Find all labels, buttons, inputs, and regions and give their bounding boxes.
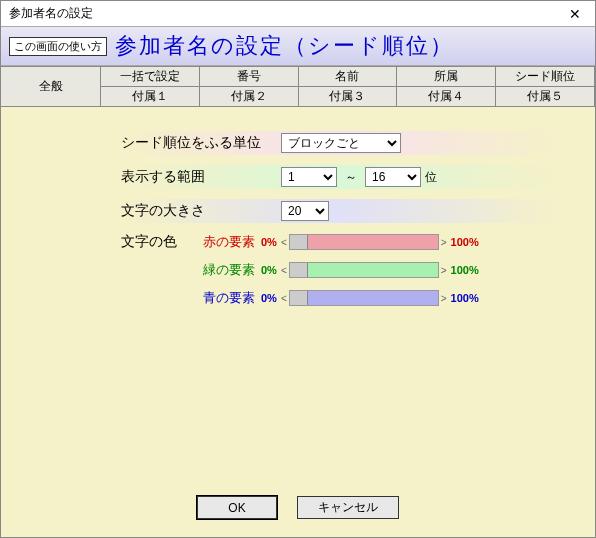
tab-seed[interactable]: シード順位 [496, 67, 595, 87]
tab-attr4[interactable]: 付属４ [397, 87, 496, 107]
red-pct100: 100% [451, 236, 479, 248]
button-bar: OK キャンセル [1, 496, 595, 519]
tab-number[interactable]: 番号 [200, 67, 299, 87]
arrow-left-icon[interactable]: < [281, 293, 287, 304]
range-unit: 位 [425, 169, 437, 186]
arrow-right-icon[interactable]: > [441, 293, 447, 304]
seed-unit-label: シード順位をふる単位 [121, 134, 281, 152]
window: 参加者名の設定 ✕ この画面の使い方 参加者名の設定（シード順位） 全般 一括で… [0, 0, 596, 538]
font-size-label: 文字の大きさ [121, 202, 281, 220]
arrow-right-icon[interactable]: > [441, 237, 447, 248]
tab-name[interactable]: 名前 [299, 67, 398, 87]
tab-affiliation[interactable]: 所属 [397, 67, 496, 87]
row-color-blue: 青の要素 0% < > 100% [121, 289, 555, 307]
red-pct0: 0% [261, 236, 277, 248]
blue-slider[interactable] [289, 290, 439, 306]
green-pct100: 100% [451, 264, 479, 276]
slider-thumb[interactable] [290, 291, 308, 305]
row-font-size: 文字の大きさ 20 [121, 199, 555, 223]
arrow-right-icon[interactable]: > [441, 265, 447, 276]
close-icon[interactable]: ✕ [563, 6, 587, 22]
row-range: 表示する範囲 1 ～ 16 位 [121, 165, 555, 189]
row-color-green: 緑の要素 0% < > 100% [121, 261, 555, 279]
tab-attr5[interactable]: 付属５ [496, 87, 595, 107]
seed-unit-select[interactable]: ブロックごと [281, 133, 401, 153]
tab-general[interactable]: 全般 [1, 67, 101, 107]
blue-pct100: 100% [451, 292, 479, 304]
tab-attr2[interactable]: 付属２ [200, 87, 299, 107]
arrow-left-icon[interactable]: < [281, 265, 287, 276]
range-sep: ～ [345, 169, 357, 186]
range-to-select[interactable]: 16 [365, 167, 421, 187]
color-label: 文字の色 [121, 233, 191, 251]
red-label: 赤の要素 [191, 233, 261, 251]
titlebar: 参加者名の設定 ✕ [1, 1, 595, 26]
arrow-left-icon[interactable]: < [281, 237, 287, 248]
slider-fill [308, 291, 438, 305]
slider-fill [308, 235, 438, 249]
blue-label: 青の要素 [191, 289, 261, 307]
green-label: 緑の要素 [191, 261, 261, 279]
window-title: 参加者名の設定 [9, 5, 93, 22]
cancel-button[interactable]: キャンセル [297, 496, 399, 519]
font-size-select[interactable]: 20 [281, 201, 329, 221]
green-pct0: 0% [261, 264, 277, 276]
usage-button[interactable]: この画面の使い方 [9, 37, 107, 56]
red-slider[interactable] [289, 234, 439, 250]
row-color-red: 文字の色 赤の要素 0% < > 100% [121, 233, 555, 251]
ok-button[interactable]: OK [197, 496, 277, 519]
tab-attr3[interactable]: 付属３ [299, 87, 398, 107]
blue-pct0: 0% [261, 292, 277, 304]
tab-attr1[interactable]: 付属１ [101, 87, 200, 107]
header: この画面の使い方 参加者名の設定（シード順位） [1, 26, 595, 66]
tab-batch[interactable]: 一括で設定 [101, 67, 200, 87]
slider-thumb[interactable] [290, 235, 308, 249]
slider-thumb[interactable] [290, 263, 308, 277]
slider-fill [308, 263, 438, 277]
range-label: 表示する範囲 [121, 168, 281, 186]
content: シード順位をふる単位 ブロックごと 表示する範囲 1 ～ 16 位 文字の大きさ… [1, 107, 595, 537]
row-seed-unit: シード順位をふる単位 ブロックごと [121, 131, 555, 155]
page-title: 参加者名の設定（シード順位） [115, 31, 454, 61]
green-slider[interactable] [289, 262, 439, 278]
range-from-select[interactable]: 1 [281, 167, 337, 187]
tabs: 全般 一括で設定 番号 名前 所属 シード順位 付属１ 付属２ 付属３ 付属４ … [1, 66, 595, 107]
